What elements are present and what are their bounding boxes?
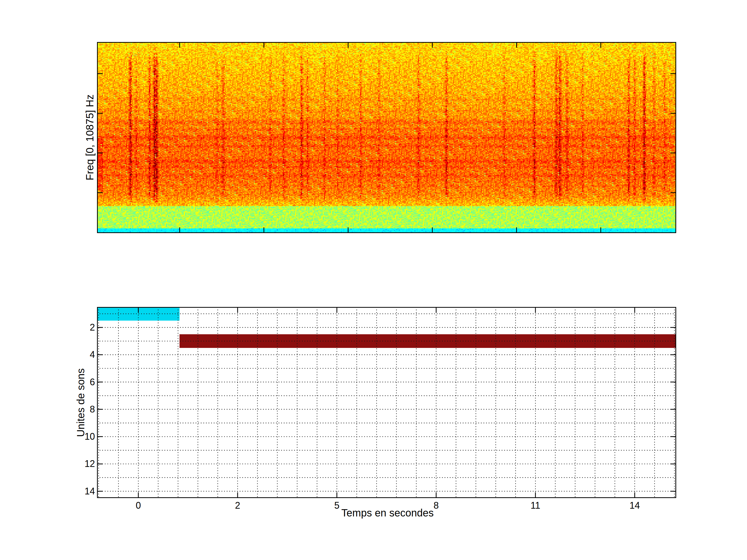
units-plot-xlabel: Temps en secondes: [341, 507, 434, 519]
units-plot-canvas: [97, 307, 676, 498]
y-tick-label: 8: [64, 405, 95, 414]
x-tick-label: 2: [235, 500, 240, 511]
y-tick-label: 6: [64, 377, 95, 387]
x-tick-label: 11: [531, 500, 540, 511]
units-plot-axes: [97, 307, 676, 498]
y-tick-label: 12: [64, 459, 95, 469]
y-tick-label: 10: [64, 432, 95, 441]
spectrogram-axes: [97, 42, 676, 233]
spectrogram-ylabel: Freq [0, 10875] Hz: [84, 95, 96, 180]
x-tick-label: 0: [136, 500, 141, 511]
y-tick-label: 2: [64, 323, 95, 332]
y-tick-label: 14: [64, 487, 95, 496]
x-tick-label: 14: [629, 500, 640, 511]
x-tick-label: 5: [334, 500, 339, 511]
matlab-figure: Freq [0, 10875] Hz Unites de sons Temps …: [0, 0, 747, 560]
spectrogram-image: [97, 42, 676, 233]
x-tick-label: 8: [434, 500, 439, 511]
y-tick-label: 4: [64, 350, 95, 359]
